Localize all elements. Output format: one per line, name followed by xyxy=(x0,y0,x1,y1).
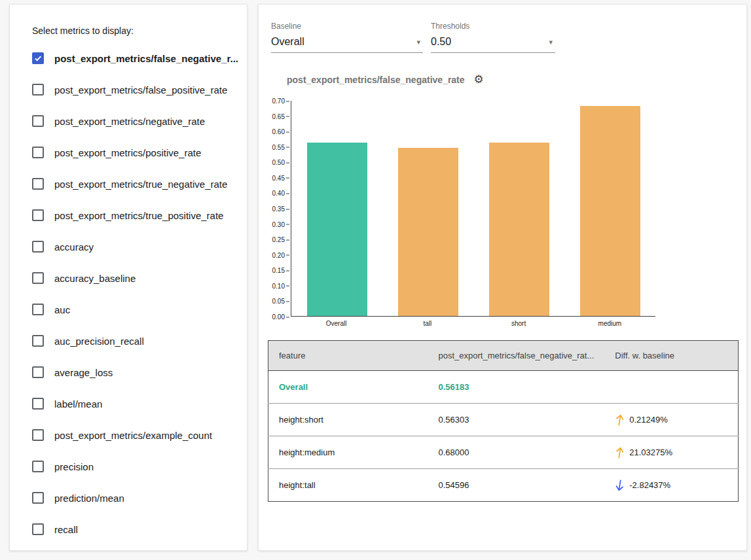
checkbox-unchecked-icon xyxy=(32,272,44,284)
table-row[interactable]: height:medium0.6800021.03275% xyxy=(268,436,739,469)
y-axis-tick-label: 0.25 xyxy=(272,236,285,243)
checkbox-unchecked-icon xyxy=(32,398,44,410)
bar-slot xyxy=(473,101,564,316)
metric-column-header: post_export_metrics/false_negative_rat..… xyxy=(428,341,605,371)
baseline-selected-value: Overall xyxy=(271,36,304,48)
metric-label: post_export_metrics/negative_rate xyxy=(54,116,205,127)
diff-value: -2.82437% xyxy=(629,480,670,490)
metric-checkbox-item[interactable]: prediction/mean xyxy=(32,482,247,514)
diff-indicator: -2.82437% xyxy=(615,479,727,492)
feature-cell: height:short xyxy=(268,404,428,436)
metric-label: accuracy xyxy=(54,241,94,253)
metric-checkbox-item[interactable]: post_export_metrics/true_positive_rate xyxy=(32,200,247,231)
checkbox-unchecked-icon xyxy=(32,115,44,127)
chart-x-axis: Overalltallshortmedium xyxy=(291,320,655,327)
metric-checkbox-item[interactable]: recall xyxy=(32,514,247,545)
checkbox-unchecked-icon xyxy=(32,429,44,441)
feature-column-header: feature xyxy=(268,341,428,371)
metric-checkbox-item[interactable]: auc xyxy=(32,294,247,325)
chart-header: post_export_metrics/false_negative_rate … xyxy=(287,73,746,86)
metrics-table-body: Overall0.56183height:short0.563030.21249… xyxy=(268,371,739,502)
metric-label: post_export_metrics/true_negative_rate xyxy=(54,179,227,190)
metric-checkbox-item[interactable]: post_export_metrics/true_negative_rate xyxy=(32,168,247,200)
y-axis-tick-label: 0.55 xyxy=(272,143,285,150)
table-header-row: feature post_export_metrics/false_negati… xyxy=(268,341,739,371)
y-axis-tick-label: 0.00 xyxy=(272,313,285,321)
metrics-table: feature post_export_metrics/false_negati… xyxy=(268,340,739,502)
diff-indicator: 0.21249% xyxy=(615,413,727,427)
metric-checkbox-item[interactable]: post_export_metrics/false_positive_rate xyxy=(32,74,247,105)
metric-checkbox-item[interactable]: label/mean xyxy=(32,388,247,419)
metric-checkbox-item[interactable]: precision xyxy=(32,451,247,482)
chart-bar[interactable] xyxy=(580,106,640,316)
checkbox-unchecked-icon xyxy=(32,523,44,535)
metric-checkbox-item[interactable]: accuracy_baseline xyxy=(32,262,247,294)
chart-y-axis: 0.700.650.600.550.500.450.400.350.300.25… xyxy=(259,101,291,317)
bar-slot xyxy=(291,101,382,316)
table-row[interactable]: Overall0.56183 xyxy=(268,371,739,404)
down-arrow-icon xyxy=(615,479,625,492)
x-axis-label: Overall xyxy=(291,320,382,327)
metrics-display-panel: Baseline Overall ▾ Thresholds 0.50 ▾ pos… xyxy=(258,4,747,551)
metric-label: label/mean xyxy=(54,398,102,410)
metric-checkbox-item[interactable]: auc_precision_recall xyxy=(32,325,247,357)
checkbox-checked-icon xyxy=(32,52,44,64)
metric-label: auc xyxy=(54,304,70,315)
chart-bar[interactable] xyxy=(489,143,549,316)
diff-indicator: 21.03275% xyxy=(615,446,727,459)
metric-label: auc_precision_recall xyxy=(54,336,144,347)
metric-checkbox-item[interactable]: post_export_metrics/false_negative_r... xyxy=(32,43,247,74)
checkbox-unchecked-icon xyxy=(32,147,44,158)
metric-checkbox-item[interactable]: post_export_metrics/negative_rate xyxy=(32,105,247,137)
dropdown-arrow-icon: ▾ xyxy=(416,38,420,46)
bar-slot xyxy=(382,101,473,316)
metric-checkbox-item[interactable]: post_export_metrics/positive_rate xyxy=(32,137,247,168)
x-axis-label: medium xyxy=(564,320,655,327)
metrics-list: post_export_metrics/false_negative_r...p… xyxy=(10,36,247,545)
metric-checkbox-item[interactable]: accuracy xyxy=(32,231,247,262)
metric-checkbox-item[interactable]: average_loss xyxy=(32,357,247,388)
thresholds-label: Thresholds xyxy=(431,22,555,31)
checkbox-unchecked-icon xyxy=(32,241,44,253)
settings-gear-icon[interactable]: ⚙ xyxy=(474,73,484,86)
metric-label: post_export_metrics/positive_rate xyxy=(54,147,201,158)
baseline-label: Baseline xyxy=(271,22,423,31)
diff-cell: -2.82437% xyxy=(604,469,738,502)
checkbox-unchecked-icon xyxy=(32,366,44,378)
thresholds-dropdown[interactable]: 0.50 ▾ xyxy=(431,36,555,53)
y-axis-tick-label: 0.30 xyxy=(272,220,285,228)
metric-label: precision xyxy=(54,461,94,472)
x-axis-label: short xyxy=(473,320,564,327)
metric-checkbox-item[interactable]: post_export_metrics/example_count xyxy=(32,419,247,451)
controls-bar: Baseline Overall ▾ Thresholds 0.50 ▾ xyxy=(259,5,746,53)
y-axis-tick-label: 0.65 xyxy=(272,113,285,120)
metric-selector-panel: Select metrics to display: post_export_m… xyxy=(9,4,247,551)
metric-label: recall xyxy=(54,524,78,535)
y-axis-tick-label: 0.10 xyxy=(272,282,285,289)
up-arrow-icon xyxy=(615,413,625,427)
chart-bar[interactable] xyxy=(307,143,367,316)
table-row[interactable]: height:tall0.54596-2.82437% xyxy=(268,469,739,502)
checkbox-unchecked-icon xyxy=(32,209,44,221)
metric-label: accuracy_baseline xyxy=(54,273,136,284)
baseline-control: Baseline Overall ▾ xyxy=(271,22,423,53)
checkbox-unchecked-icon xyxy=(32,84,44,96)
baseline-dropdown[interactable]: Overall ▾ xyxy=(271,36,423,53)
bar-chart: 0.700.650.600.550.500.450.400.350.300.25… xyxy=(259,101,746,317)
diff-cell xyxy=(604,371,738,404)
chart-bar[interactable] xyxy=(398,148,458,316)
fairness-indicators-app: Select metrics to display: post_export_m… xyxy=(0,0,751,560)
diff-cell: 0.21249% xyxy=(604,404,738,436)
diff-value: 21.03275% xyxy=(629,447,672,457)
table-row[interactable]: height:short0.563030.21249% xyxy=(268,404,739,436)
checkbox-unchecked-icon xyxy=(32,335,44,347)
feature-cell: height:medium xyxy=(268,436,428,469)
metric-label: average_loss xyxy=(54,367,113,378)
metric-value-cell: 0.68000 xyxy=(428,436,605,469)
chart-title: post_export_metrics/false_negative_rate xyxy=(287,75,465,85)
y-axis-tick-label: 0.70 xyxy=(272,97,285,105)
up-arrow-icon xyxy=(615,446,625,459)
thresholds-selected-value: 0.50 xyxy=(431,36,451,48)
x-axis-label: tall xyxy=(382,320,473,327)
checkbox-unchecked-icon xyxy=(32,461,44,472)
